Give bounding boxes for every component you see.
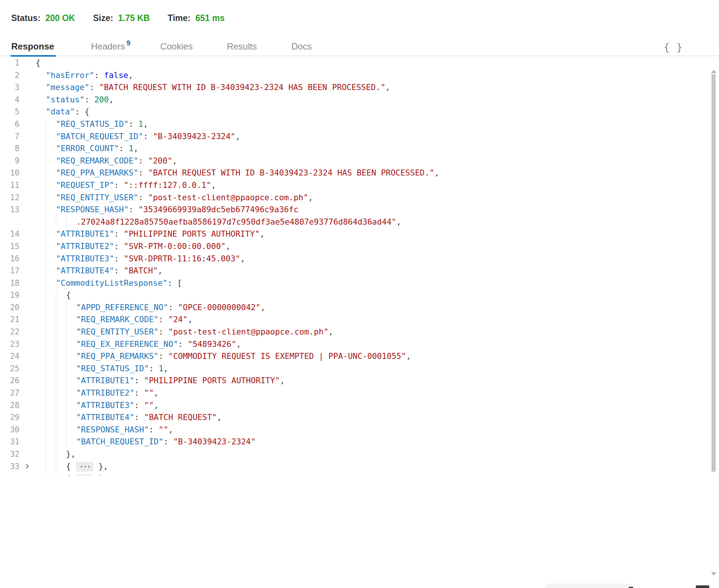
indent-guide [56,448,56,460]
indent-guide [46,167,46,179]
indent-guide [46,314,46,326]
indent-guide [66,436,66,448]
tab-docs[interactable]: Docs [291,37,312,56]
line-number: 26 [0,375,19,387]
token: "" [144,400,154,410]
token: "" [144,388,154,398]
scrollbar-down-arrow-icon[interactable] [711,572,716,576]
line-number: 5 [0,106,19,118]
line-number: 23 [0,338,19,351]
response-status-bar: Status: 200 OK Size: 1.75 KB Time: 651 m… [11,11,225,25]
token: : [129,205,138,214]
indent-guide [46,155,46,167]
token: "post-test-client@ppaopce.com.ph" [168,327,328,336]
token: , [396,217,401,226]
indent-guide [46,253,46,265]
token: "APPD_REFERENCE_NO" [76,303,168,312]
fold-gutter [19,326,36,338]
indent-guide [46,350,46,363]
token: "PHILIPPINE PORTS AUTHORITY" [124,229,259,238]
indent-guide [66,326,66,338]
line-number: 7 [0,130,19,143]
status-value: 200 OK [45,13,75,23]
line-number: 27 [0,387,19,399]
fold-gutter [19,142,36,155]
indent-guide [46,424,46,436]
indent-guide [46,375,46,387]
scrollbar-thumb[interactable] [712,74,716,472]
bottom-clipped-element [696,585,709,588]
token: , [226,242,231,251]
fold-gutter [19,216,36,228]
chevron-right-icon[interactable] [24,464,29,469]
line-number: 9 [0,155,19,167]
token: "RESPONSE_HASH" [76,425,149,434]
collapsed-region-ellipsis[interactable]: ··· [76,462,93,471]
code-line: 15"ATTRIBUTE2": "SVR-PTM-0:00:00.000", [0,240,710,253]
token: , [154,388,159,398]
token: "ERROR_COUNT" [56,144,119,153]
token: , [128,70,133,80]
code-line: 16"ATTRIBUTE3": "SVR-DPRTR-11:16:45.003"… [0,253,710,265]
bottom-floating-pill[interactable] [544,584,635,588]
line-number: 28 [0,399,19,412]
indent-guide [66,424,66,436]
format-json-icon[interactable]: { } [664,41,683,53]
token: "" [159,425,168,434]
token: : [163,437,173,446]
code-line: 12"REQ_ENTITY_USER": "post-test-client@p… [0,192,710,204]
token: 1 [129,144,133,153]
indent-guide [46,142,46,155]
tab-response[interactable]: Response [11,37,54,56]
token: "BATCH REQUEST WITH ID B-34039423-2324 H… [148,168,434,177]
token: : [ [168,278,182,288]
line-number: 32 [0,448,19,460]
fold-gutter [19,81,36,94]
tab-results[interactable]: Results [227,37,257,56]
code-text: "BATCH_REQUEST_ID": "B-34039423-2324", [36,130,240,143]
fold-gutter [19,350,36,363]
token: "35349669939a89dc5eb677496c9a36fc [138,205,298,214]
fold-gutter [19,387,36,399]
code-text: "BATCH_REQUEST_ID": "B-34039423-2324" [36,436,256,448]
indent-guide [46,289,46,302]
fold-gutter [19,424,36,436]
indent-guide [46,130,46,143]
response-json-editor: 1{2"hasError": false,3"message": "BATCH … [0,57,710,476]
indent-guide [56,363,56,375]
code-line: 9"REQ_REMARK_CODE": "200", [0,155,710,167]
line-number: 20 [0,302,19,314]
indent-guide [46,302,46,314]
fold-gutter [19,436,36,448]
time-value: 651 ms [195,13,225,23]
code-text: "ATTRIBUTE1": "PHILIPPINE PORTS AUTHORIT… [36,375,285,387]
code-line: 19{ [0,289,710,302]
token: "ATTRIBUTE2" [76,388,134,398]
menu-lines-icon[interactable] [701,44,715,50]
code-text: "REQUEST_IP": "::ffff:127.0.0.1", [36,179,216,192]
line-number: 11 [0,179,19,192]
token: , [385,82,390,92]
indent-guide [56,424,56,436]
code-line: 31"BATCH_REQUEST_ID": "B-34039423-2324" [0,436,710,448]
collapsed-region-ellipsis[interactable]: ··· [76,474,93,476]
token: }, [94,462,108,471]
indent-guide [66,375,66,387]
tab-headers[interactable]: Headers 9 [91,37,130,56]
token: { [36,58,40,68]
indent-guide [46,204,46,216]
token: { [66,290,71,300]
tab-cookies[interactable]: Cookies [160,37,193,56]
fold-gutter [19,69,36,82]
token: , [260,229,265,238]
fold-gutter [19,179,36,192]
scrollbar-up-arrow-icon[interactable] [711,70,716,73]
token: "hasError" [46,70,94,80]
fold-gutter [19,57,36,69]
indent-guide [66,411,66,424]
token: : [129,119,138,129]
token: "CommodityListResponse" [56,278,168,288]
line-number: 25 [0,363,19,375]
code-text: "data": { [36,106,90,118]
indent-guide [56,216,56,228]
